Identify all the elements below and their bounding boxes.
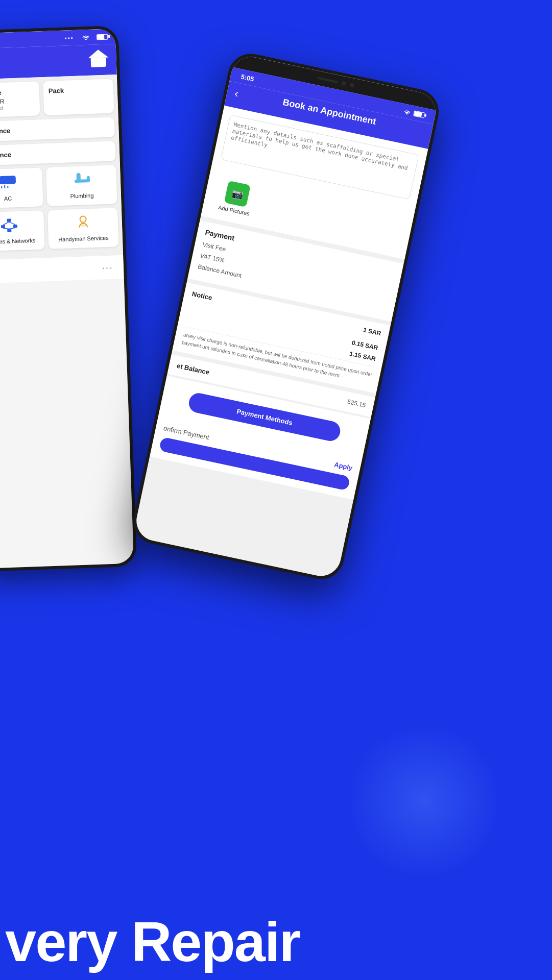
more-options[interactable]: ··· [102,261,113,274]
plumbing-icon [72,172,91,190]
handyman-label: Handyman Services [58,235,109,242]
package-title-2: Pack [49,85,108,95]
package-row: Package 2,390 SAR Vat Included Pack [0,79,114,118]
package-card-1: Package 2,390 SAR Vat Included [0,81,40,118]
svg-point-18 [406,113,408,115]
svg-rect-10 [13,225,17,228]
visit-fee-value [391,281,392,288]
svg-line-15 [9,228,15,229]
svg-rect-7 [86,176,89,182]
wifi-icon-2 [403,108,412,115]
battery-icon [97,34,108,40]
service-card-handyman[interactable]: Handyman Services [47,208,119,249]
maintenance-card-2: aintenance [0,141,116,166]
package-card-2: Pack [43,79,114,115]
svg-rect-6 [74,179,88,183]
status-time: 5:05 [240,72,255,83]
handyman-icon [74,215,92,233]
maintenance-title-2: aintenance [0,148,110,160]
svg-line-13 [9,222,15,225]
maintenance-title-1: aintenance [0,124,110,136]
wifi-icon [82,34,89,40]
phone1-header [0,44,117,80]
maintenance-card-1: aintenance [0,117,115,142]
networks-label: Systems & Networks [0,237,35,246]
service-card-plumbing[interactable]: Plumbing [46,165,117,206]
notice-title: Notice [191,290,213,302]
phone1-screen: Package 2,390 SAR Vat Included Pack aint… [0,29,134,569]
svg-rect-8 [7,218,11,222]
networks-icon [0,217,18,235]
add-pictures-button[interactable]: 📷 Add Pictures [209,173,264,223]
svg-line-14 [3,228,9,229]
home-icon [88,50,109,68]
notice-value-3: 1.15 SAR [349,350,376,363]
battery-icon-2 [413,110,425,118]
svg-rect-0 [0,176,16,184]
svg-point-16 [80,216,86,222]
plumbing-label: Plumbing [70,192,93,200]
notice-value-1: 1 SAR [362,326,382,340]
camera-icon: 📷 [231,187,244,201]
status-dots [65,37,73,39]
visit-fee-label: Visit Fee [202,241,226,253]
phone1-device: Package 2,390 SAR Vat Included Pack aint… [0,26,137,572]
service-card-ac[interactable]: AC [0,167,43,209]
package-title-1: Package [0,88,34,97]
vat-label: VAT 15% [200,252,226,264]
svg-rect-11 [7,229,11,232]
add-pictures-label: Add Pictures [218,204,250,217]
service-card-networks[interactable]: Systems & Networks [0,210,45,252]
ac-icon [0,175,17,192]
service-grid: AC Plumbing [0,165,119,252]
svg-line-12 [3,222,9,225]
package-vat-1: Vat Included [0,104,35,112]
ac-label: AC [4,195,12,202]
svg-rect-17 [80,224,86,226]
phone1-bottom-bar: 🔔 228 ··· [0,255,124,284]
wallet-title: et Balance [176,362,210,376]
camera-circle: 📷 [224,181,251,207]
balance-value [386,303,388,310]
apply-button[interactable]: Apply [333,460,353,472]
notice-value-2: 0.15 SAR [351,339,379,352]
wallet-amount: 525.15 [347,398,367,409]
phone1-content: Package 2,390 SAR Vat Included Pack aint… [0,75,123,260]
status-icons [403,108,425,118]
svg-rect-9 [1,225,5,228]
bottom-headline: very Repair [0,914,552,970]
vat-value [388,292,390,299]
